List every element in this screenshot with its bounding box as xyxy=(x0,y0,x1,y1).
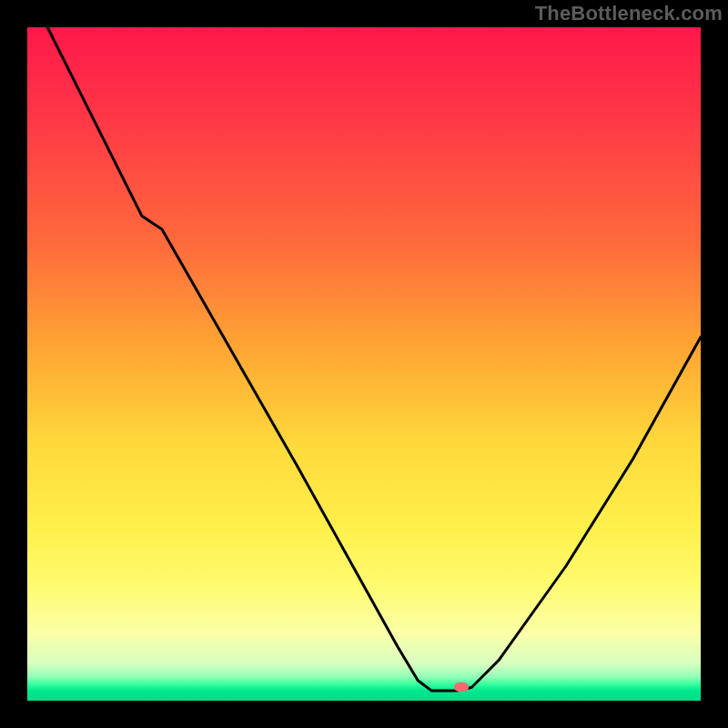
gradient-background xyxy=(27,27,701,701)
plot-area xyxy=(27,27,701,701)
optimal-marker xyxy=(454,682,469,692)
plot-svg xyxy=(27,27,701,701)
watermark-text: TheBottleneck.com xyxy=(535,2,723,25)
chart-frame: TheBottleneck.com xyxy=(0,0,728,728)
